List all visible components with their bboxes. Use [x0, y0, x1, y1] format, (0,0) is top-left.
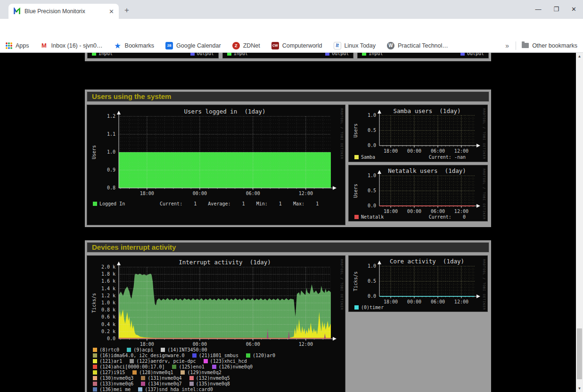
network-graph-3[interactable]: Input Output	[357, 53, 489, 58]
chart-legend: NetatalkCurrent: 0	[354, 214, 484, 220]
network-graph-2[interactable]: Input Output	[222, 53, 354, 58]
legend-item: (125)eno1	[172, 364, 204, 369]
legend-swatch	[130, 359, 134, 363]
legend-swatch	[354, 155, 359, 159]
bookmark-google-calendar[interactable]: 28 Google Calendar	[165, 42, 221, 49]
y-tick-label: 2.0 k	[87, 264, 115, 270]
legend-swatch	[93, 387, 97, 392]
y-tick-label: 1.1	[87, 131, 115, 137]
output-swatch	[190, 53, 195, 56]
x-tick-label: 00:00	[189, 342, 210, 347]
legend-input: Input	[227, 53, 248, 56]
legend-stats: Current: 1 Average: 1 Min: 1 Max: 1	[160, 201, 319, 206]
x-tick-label: 18:00	[380, 209, 401, 214]
legend-item: (120)ar0	[246, 353, 275, 358]
legend-input: Input	[362, 53, 383, 56]
legend-item: (136)mei_me	[93, 387, 131, 392]
input-swatch	[227, 53, 231, 56]
bookmark-apps[interactable]: Apps	[6, 42, 29, 49]
scrollbar-thumb[interactable]	[577, 328, 582, 379]
y-tick-label: 1.0	[349, 113, 376, 118]
legend-item: (128)nvme0q1	[132, 370, 173, 375]
interrupt-activity-graph[interactable]: Interrupt activity (1day)RRDTOOL / TOBI …	[87, 255, 345, 392]
legend-swatch	[93, 365, 97, 369]
bookmark-bookmarks[interactable]: ★ Bookmarks	[114, 42, 155, 49]
x-tick-label: 18:00	[380, 299, 401, 304]
y-tick-label: 1.0	[349, 173, 376, 178]
browser-titlebar: Blue Precision Monitorix ✕ + — ❐ ✕	[0, 0, 583, 19]
other-bookmarks[interactable]: Other bookmarks	[522, 42, 577, 49]
legend-swatch	[138, 387, 142, 392]
rrdtool-watermark: RRDTOOL / TOBI OETIKER	[340, 108, 344, 159]
legend-swatch	[93, 353, 97, 358]
scroll-up-icon[interactable]: ▲	[576, 53, 583, 60]
chart-legend: (0)timer	[354, 305, 484, 310]
bookmark-zdnet[interactable]: Z ZDNet	[232, 42, 260, 49]
window-minimize-icon[interactable]: —	[535, 6, 541, 13]
legend-swatch	[93, 359, 97, 363]
output-swatch	[460, 53, 465, 56]
x-tick-label: 06:00	[427, 209, 448, 214]
legend-item: (137)snd_hda_intel:card0	[138, 387, 213, 392]
x-tick-label: 12:00	[296, 191, 316, 196]
new-tab-button[interactable]: +	[124, 6, 129, 15]
chart-legend: Logged InCurrent: 1 Average: 1 Min: 1 Ma…	[93, 201, 341, 206]
legend-item: (130)nvme0q3	[93, 376, 133, 381]
section-interrupts: Devices interrupt activity Interrupt act…	[85, 240, 491, 392]
bookmarks-divider	[516, 41, 516, 50]
chart-title: Netatalk users (1day)	[379, 167, 475, 174]
window-maximize-icon[interactable]: ❐	[553, 6, 559, 13]
netatalk-users-graph[interactable]: Netatalk users (1day)RRDTOOL / TOBI OETI…	[348, 165, 488, 221]
chart-legend-row: (121)ar1(122)aerdrv, pcie-dpc(123)xhci_h…	[93, 359, 247, 364]
browser-tab[interactable]: Blue Precision Monitorix ✕	[8, 4, 119, 19]
legend-item: (16)idma64.0, i2c_designware.0	[93, 353, 185, 358]
legend-input: Input	[92, 53, 113, 56]
legend-swatch	[132, 370, 137, 375]
legend-item: (135)nvme0q8	[189, 381, 230, 386]
chart-legend-row: (16)idma64.0, i2c_designware.0(21)i801_s…	[93, 353, 275, 358]
section-title-interrupts: Devices interrupt activity	[87, 242, 489, 253]
legend-item: (127)i915	[93, 370, 125, 375]
tab-title: Blue Precision Monitorix	[25, 8, 106, 15]
calendar-icon: 28	[165, 42, 173, 49]
x-tick-label: 12:00	[451, 148, 472, 154]
legend-item: Logged In	[93, 201, 125, 206]
chart-legend-row: (124)ahci[0000:00:17.0](125)eno1(126)nvm…	[93, 364, 253, 369]
bookmark-inbox[interactable]: M Inbox (16) - sjvn0…	[41, 42, 103, 49]
section-users: Users using the system Users logged in (…	[85, 90, 491, 227]
bookmark-practical-technology[interactable]: W Practical Technol…	[387, 42, 448, 49]
legend-swatch	[212, 365, 216, 369]
chart-legend: SambaCurrent: -nan	[354, 155, 484, 160]
core-activity-graph[interactable]: Core activity (1day)RRDTOOL / TOBI OETIK…	[348, 255, 488, 312]
x-tick-label: 12:00	[296, 342, 316, 347]
legend-item: (133)nvme0q6	[93, 381, 133, 386]
y-tick-label: 1.2 k	[87, 293, 115, 298]
monitorix-favicon	[13, 8, 21, 15]
users-plot	[87, 105, 346, 226]
users-logged-in-graph[interactable]: Users logged in (1day)RRDTOOL / TOBI OET…	[87, 105, 345, 225]
y-tick-label: 0.0	[349, 143, 376, 148]
x-tick-label: 12:00	[451, 299, 472, 304]
y-tick-label: 1.0	[349, 263, 376, 269]
samba-users-graph[interactable]: Samba users (1day)RRDTOOL / TOBI OETIKER…	[348, 105, 488, 162]
legend-item: (14)INT3450:00	[161, 347, 207, 352]
x-tick-label: 06:00	[427, 148, 448, 154]
y-tick-label: 1.2	[87, 114, 115, 119]
y-tick-label: 0.8 k	[87, 307, 115, 312]
network-graph-1[interactable]: Input Output	[87, 53, 219, 58]
input-swatch	[362, 53, 366, 56]
y-tick-label: 0.0	[349, 203, 376, 208]
rrdtool-watermark: RRDTOOL / TOBI OETIKER	[482, 259, 486, 310]
bookmark-linux-today[interactable]: lt Linux Today	[334, 42, 376, 49]
window-close-icon[interactable]: ✕	[571, 6, 576, 13]
folder-icon	[522, 43, 529, 48]
page-scrollbar[interactable]: ▲ ▼	[576, 53, 583, 392]
scroll-down-icon[interactable]: ▼	[576, 385, 583, 392]
computerworld-icon: CW	[271, 42, 279, 49]
tab-close-icon[interactable]: ✕	[109, 8, 114, 15]
legend-output: Output	[325, 53, 349, 56]
bookmarks-overflow-chevron[interactable]: »	[505, 42, 509, 49]
x-tick-label: 18:00	[137, 342, 157, 347]
legend-item: (123)xhci_hcd	[204, 359, 247, 364]
bookmark-computerworld[interactable]: CW Computerworld	[271, 42, 322, 49]
